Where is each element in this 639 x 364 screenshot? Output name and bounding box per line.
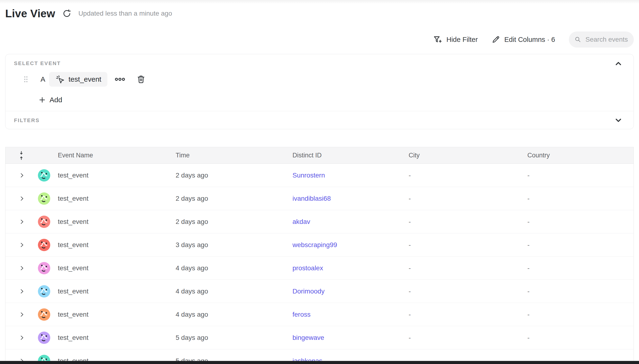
step-letter: A	[40, 75, 46, 83]
edit-columns-button[interactable]: Edit Columns · 6	[492, 35, 555, 44]
delete-event-button[interactable]	[136, 74, 146, 84]
page-header: Live View Updated less than a minute ago	[5, 7, 172, 20]
avatar-cell	[29, 308, 53, 321]
drag-handle[interactable]	[24, 76, 28, 83]
city-cell: -	[403, 218, 522, 226]
table-row: test_event 2 days ago akdav - -	[6, 210, 633, 233]
row-expander[interactable]	[6, 172, 29, 178]
country-cell: -	[522, 264, 633, 272]
plus-icon	[39, 96, 46, 104]
city-cell: -	[403, 241, 522, 249]
refresh-button[interactable]	[62, 8, 72, 18]
city-cell: -	[403, 288, 522, 295]
row-expander[interactable]	[6, 219, 29, 225]
time-cell: 5 days ago	[170, 334, 287, 342]
distinct-id-link[interactable]: ivandiblasi68	[293, 195, 331, 202]
chevron-right-icon	[19, 265, 25, 271]
avatar-cell	[29, 332, 53, 344]
time-cell: 2 days ago	[170, 195, 287, 202]
add-event-button[interactable]: Add	[39, 94, 62, 106]
updated-status: Updated less than a minute ago	[78, 10, 172, 17]
distinct-id-link[interactable]: bingewave	[293, 334, 324, 341]
country-cell: -	[522, 172, 633, 179]
avatar	[38, 332, 50, 344]
search-box[interactable]	[569, 32, 634, 48]
avatar-cell	[29, 239, 53, 251]
table-row: test_event 3 days ago webscraping99 - -	[6, 233, 633, 256]
header-distinct-id: Distinct ID	[287, 152, 403, 159]
event-name-cell: test_event	[53, 195, 170, 202]
country-cell: -	[522, 218, 633, 226]
select-event-label: SELECT EVENT	[14, 60, 61, 66]
bottom-bar	[0, 361, 639, 364]
avatar-cell	[29, 216, 53, 228]
collapse-rows-button[interactable]	[6, 150, 29, 161]
time-cell: 4 days ago	[170, 288, 287, 295]
country-cell: -	[522, 311, 633, 318]
event-name-cell: test_event	[53, 311, 170, 318]
filters-section-header[interactable]: FILTERS	[6, 111, 633, 129]
event-name-cell: test_event	[53, 264, 170, 272]
avatar-cell	[29, 169, 53, 182]
events-table: Event Name Time Distinct ID City Country…	[5, 147, 634, 364]
event-name-cell: test_event	[53, 288, 170, 295]
table-row: test_event 4 days ago prostoalex - -	[6, 256, 633, 280]
row-expander[interactable]	[6, 335, 29, 341]
row-expander[interactable]	[6, 265, 29, 271]
collapse-section-button[interactable]	[614, 59, 623, 68]
distinct-id-link[interactable]: Dorimoody	[293, 288, 324, 295]
avatar	[38, 285, 50, 298]
avatar-cell	[29, 192, 53, 205]
chevron-up-icon	[614, 60, 622, 68]
country-cell: -	[522, 334, 633, 342]
avatar	[38, 216, 50, 228]
expand-filters-button[interactable]	[614, 116, 623, 125]
distinct-id-link[interactable]: prostoalex	[293, 264, 323, 272]
event-selector-chip[interactable]: test_event	[49, 72, 107, 86]
header-time: Time	[170, 152, 287, 159]
avatar-cell	[29, 262, 53, 274]
time-cell: 2 days ago	[170, 218, 287, 226]
top-fade	[0, 0, 639, 4]
distinct-id-link[interactable]: akdav	[293, 218, 310, 225]
time-cell: 4 days ago	[170, 264, 287, 272]
avatar	[38, 308, 50, 321]
add-event-label: Add	[50, 96, 62, 104]
row-expander[interactable]	[6, 196, 29, 202]
avatar	[38, 192, 50, 205]
row-expander[interactable]	[6, 242, 29, 248]
city-cell: -	[403, 334, 522, 342]
time-cell: 3 days ago	[170, 241, 287, 249]
row-expander[interactable]	[6, 288, 29, 294]
header-country: Country	[522, 152, 633, 159]
edit-columns-label: Edit Columns · 6	[504, 36, 555, 44]
time-cell: 2 days ago	[170, 172, 287, 179]
chevron-right-icon	[19, 288, 25, 294]
distinct-id-link[interactable]: feross	[293, 311, 311, 318]
table-row: test_event 4 days ago Dorimoody - -	[6, 280, 633, 303]
country-cell: -	[522, 241, 633, 249]
header-event-name: Event Name	[53, 152, 170, 159]
cursor-click-icon	[55, 74, 65, 84]
toolbar: Hide Filter Edit Columns · 6	[433, 31, 634, 48]
hide-filter-button[interactable]: Hide Filter	[433, 35, 478, 44]
table-row: test_event 2 days ago ivandiblasi68 - -	[6, 187, 633, 210]
page-title: Live View	[5, 7, 55, 20]
city-cell: -	[403, 264, 522, 272]
table-body: test_event 2 days ago Sunrostern - - tes…	[6, 164, 633, 364]
filters-label: FILTERS	[14, 118, 40, 124]
hide-filter-label: Hide Filter	[446, 36, 478, 44]
distinct-id-link[interactable]: Sunrostern	[293, 172, 325, 179]
event-name-cell: test_event	[53, 334, 170, 342]
header-city: City	[403, 152, 522, 159]
ellipsis-icon	[114, 78, 125, 81]
trash-icon	[136, 74, 146, 84]
collapse-rows-icon	[18, 150, 25, 161]
avatar-cell	[29, 285, 53, 298]
event-options-button[interactable]	[114, 78, 125, 81]
search-input[interactable]	[585, 36, 628, 43]
distinct-id-link[interactable]: webscraping99	[293, 241, 337, 248]
table-row: test_event 2 days ago Sunrostern - -	[6, 164, 633, 187]
city-cell: -	[403, 311, 522, 318]
row-expander[interactable]	[6, 312, 29, 318]
